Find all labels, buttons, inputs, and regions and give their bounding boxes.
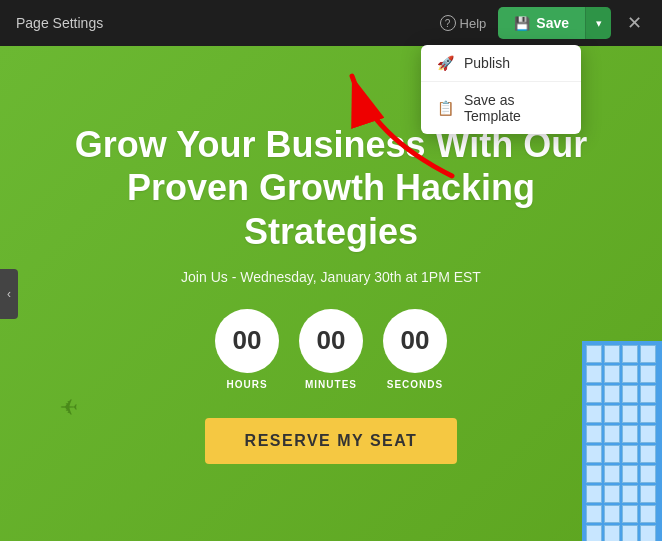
- building-window: [586, 365, 602, 383]
- building-window: [586, 425, 602, 443]
- publish-menu-item[interactable]: 🚀 Publish: [421, 45, 581, 82]
- cta-button[interactable]: RESERVE MY SEAT: [205, 418, 458, 464]
- building-window: [604, 445, 620, 463]
- building-window: [586, 525, 602, 541]
- building-decoration: [582, 341, 662, 541]
- building-grid: [582, 341, 662, 541]
- building-window: [622, 425, 638, 443]
- building-window: [586, 385, 602, 403]
- building-window: [640, 365, 656, 383]
- template-icon: 📋: [437, 100, 454, 116]
- building-window: [586, 405, 602, 423]
- building-window: [640, 485, 656, 503]
- help-label: Help: [460, 16, 487, 31]
- publish-label: Publish: [464, 55, 510, 71]
- building-window: [604, 525, 620, 541]
- topbar: Page Settings ? Help 💾 Save ▾ 🚀 Publish …: [0, 0, 662, 46]
- building-window: [586, 505, 602, 523]
- building-window: [640, 505, 656, 523]
- building-window: [604, 345, 620, 363]
- save-button-group: 💾 Save ▾ 🚀 Publish 📋 Save as Template: [498, 7, 611, 39]
- save-template-label: Save as Template: [464, 92, 565, 124]
- building-window: [604, 425, 620, 443]
- building-window: [640, 385, 656, 403]
- building-window: [622, 505, 638, 523]
- save-template-menu-item[interactable]: 📋 Save as Template: [421, 82, 581, 134]
- bird-icon: ✈: [60, 395, 78, 421]
- building-window: [586, 465, 602, 483]
- hero-subtitle: Join Us - Wednesday, January 30th at 1PM…: [181, 269, 481, 285]
- side-panel-toggle[interactable]: ‹: [0, 269, 18, 319]
- building-window: [622, 445, 638, 463]
- building-window: [604, 465, 620, 483]
- building-window: [622, 365, 638, 383]
- page-settings-title: Page Settings: [16, 15, 103, 31]
- publish-icon: 🚀: [437, 55, 454, 71]
- hero-title: Grow Your Business With Our Proven Growt…: [40, 123, 622, 253]
- save-icon: 💾: [514, 16, 530, 31]
- building-window: [640, 405, 656, 423]
- building-window: [622, 385, 638, 403]
- topbar-actions: ? Help 💾 Save ▾ 🚀 Publish 📋 Save as Temp…: [440, 7, 646, 39]
- building-window: [640, 445, 656, 463]
- building-window: [622, 465, 638, 483]
- countdown-timer: 00 HOURS 00 MINUTES 00 SECONDS: [215, 309, 447, 390]
- building-window: [622, 345, 638, 363]
- building-window: [586, 445, 602, 463]
- building-window: [622, 525, 638, 541]
- close-button[interactable]: ✕: [623, 10, 646, 36]
- save-dropdown-toggle[interactable]: ▾: [585, 7, 611, 39]
- hours-label: HOURS: [226, 379, 267, 390]
- building-window: [604, 505, 620, 523]
- seconds-counter: 00 SECONDS: [383, 309, 447, 390]
- hours-value: 00: [215, 309, 279, 373]
- minutes-counter: 00 MINUTES: [299, 309, 363, 390]
- help-link[interactable]: ? Help: [440, 15, 487, 31]
- building-window: [586, 485, 602, 503]
- building-window: [604, 385, 620, 403]
- help-icon: ?: [440, 15, 456, 31]
- building-window: [640, 425, 656, 443]
- minutes-label: MINUTES: [305, 379, 357, 390]
- building-window: [640, 525, 656, 541]
- building-window: [604, 365, 620, 383]
- building-window: [604, 405, 620, 423]
- save-dropdown-menu: 🚀 Publish 📋 Save as Template: [421, 45, 581, 134]
- building-window: [586, 345, 602, 363]
- building-window: [604, 485, 620, 503]
- minutes-value: 00: [299, 309, 363, 373]
- seconds-value: 00: [383, 309, 447, 373]
- save-button[interactable]: 💾 Save: [498, 7, 585, 39]
- building-window: [622, 405, 638, 423]
- building-window: [640, 465, 656, 483]
- hours-counter: 00 HOURS: [215, 309, 279, 390]
- seconds-label: SECONDS: [387, 379, 443, 390]
- building-window: [622, 485, 638, 503]
- building-window: [640, 345, 656, 363]
